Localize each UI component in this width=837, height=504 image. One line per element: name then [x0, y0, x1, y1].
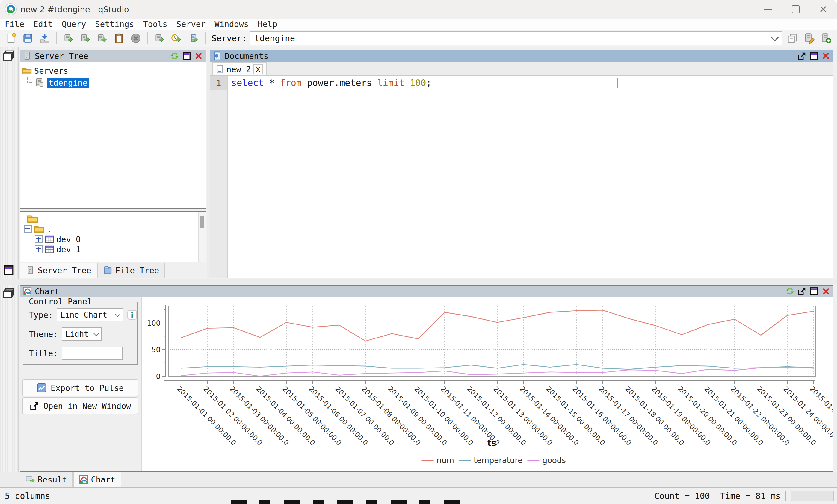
sql-operator: *	[264, 77, 280, 88]
chart-theme-select[interactable]: Light	[62, 328, 102, 341]
run-line-button[interactable]	[78, 32, 92, 45]
maximize-button[interactable]	[782, 0, 809, 19]
menu-query[interactable]: Query	[62, 19, 86, 29]
scheduled-query-button[interactable]	[170, 32, 183, 45]
server-tree-header: Server Tree	[20, 50, 206, 62]
svg-text:num: num	[437, 456, 454, 465]
popout-icon[interactable]	[798, 52, 806, 60]
menu-help[interactable]: Help	[257, 19, 277, 29]
menu-tools[interactable]: Tools	[143, 19, 167, 29]
editor-gutter: 1	[210, 76, 228, 278]
close-button[interactable]	[809, 0, 837, 19]
edit-server-button[interactable]	[802, 32, 816, 45]
server-tree: Servers tdengine	[20, 62, 206, 208]
server-combo-label: Server:	[212, 34, 247, 43]
collapse-icon[interactable]	[24, 225, 32, 233]
close-panel-icon[interactable]	[194, 52, 203, 60]
document-tab-new2[interactable]: new 2 x	[212, 62, 267, 75]
open-button-label: Open in New Window	[43, 402, 131, 411]
menu-edit[interactable]: Edit	[33, 19, 53, 29]
save-button[interactable]	[21, 32, 35, 45]
server-go-button[interactable]	[153, 32, 166, 45]
control-panel-groupbox: Control Panel Type: Line Chart	[23, 302, 138, 365]
tree-node-servers[interactable]: Servers	[22, 64, 204, 77]
bottom-dock-strip	[0, 285, 19, 487]
status-time: Time = 81 ms	[720, 491, 781, 501]
menu-file[interactable]: File	[5, 19, 24, 29]
close-panel-icon[interactable]	[821, 52, 831, 60]
minimize-button[interactable]	[754, 0, 782, 19]
server-edit-icon	[804, 33, 815, 44]
folder-icon	[22, 66, 32, 75]
file-tree-scrollbar[interactable]	[198, 212, 206, 262]
tab-result[interactable]: Result	[20, 472, 73, 487]
documents-title: Documents	[225, 52, 268, 61]
horizontal-splitter[interactable]	[0, 279, 837, 285]
tab-file-tree[interactable]: File Tree	[97, 263, 165, 278]
title-bar[interactable]: new 2 #tdengine - qStudio	[0, 0, 837, 19]
window-stack-icon[interactable]	[3, 288, 14, 299]
sql-editor[interactable]: 1 select * from power.meters limit 100;	[210, 76, 833, 278]
document-tab-close-button[interactable]: x	[253, 64, 263, 74]
tab-chart[interactable]: Chart	[73, 472, 121, 487]
refresh-icon[interactable]	[785, 287, 795, 296]
new-document-icon	[6, 33, 17, 44]
tree-node-label: Servers	[34, 66, 68, 75]
run-query-button[interactable]	[62, 32, 75, 45]
menu-settings[interactable]: Settings	[95, 19, 134, 29]
file-tree-panel: . dev_0	[20, 211, 206, 262]
run-selection-button[interactable]	[95, 32, 109, 45]
maximize-panel-icon[interactable]	[809, 287, 818, 296]
menu-server[interactable]: Server	[176, 19, 206, 29]
tree-node-tdengine[interactable]: tdengine	[35, 77, 204, 89]
maximize-panel-icon[interactable]	[182, 52, 191, 60]
chart-type-select[interactable]: Line Chart	[57, 308, 123, 321]
maximize-panel-icon[interactable]	[809, 52, 818, 60]
pulse-icon	[37, 383, 47, 393]
server-run-selection-icon	[97, 33, 108, 44]
refresh-icon[interactable]	[170, 52, 179, 60]
open-button[interactable]	[38, 32, 52, 45]
info-icon[interactable]	[127, 310, 137, 320]
documents-header: Documents	[210, 50, 833, 62]
expand-icon[interactable]	[35, 235, 42, 243]
alarm-go-icon	[171, 33, 182, 44]
menu-windows[interactable]: Windows	[214, 19, 249, 29]
tree-connector	[27, 82, 32, 82]
export-to-pulse-button[interactable]: Export to Pulse	[22, 379, 138, 396]
server-combo-value: tdengine	[255, 34, 295, 43]
file-tree-dot-folder[interactable]: .	[21, 224, 204, 234]
new-document-button[interactable]	[4, 32, 18, 45]
result-grid-icon	[26, 475, 35, 484]
sql-punctuation: ;	[426, 77, 431, 88]
document-tab-label: new 2	[227, 64, 251, 74]
scrollbar-thumb[interactable]	[200, 216, 204, 228]
open-in-new-window-button[interactable]: Open in New Window	[22, 397, 138, 414]
close-panel-icon[interactable]	[821, 287, 831, 296]
window-stack-icon[interactable]	[3, 50, 14, 62]
run-script-button[interactable]	[186, 32, 200, 45]
file-tree-root[interactable]	[21, 214, 204, 224]
send-clipboard-button[interactable]	[112, 32, 126, 45]
chevron-down-icon	[115, 311, 121, 317]
popout-icon[interactable]	[798, 287, 806, 296]
file-tree-table-dev1[interactable]: dev_1	[21, 244, 204, 255]
chart-icon	[23, 287, 32, 296]
add-server-button[interactable]	[819, 32, 833, 45]
server-run-icon	[63, 33, 74, 44]
file-tree-table-dev0[interactable]: dev_0	[21, 234, 204, 244]
stop-query-button[interactable]	[129, 32, 143, 45]
server-combobox[interactable]: tdengine	[250, 31, 782, 45]
title-label: Title:	[29, 349, 58, 358]
sql-keyword: select	[231, 77, 264, 88]
groupbox-label: Control Panel	[26, 297, 94, 306]
editor-code-area[interactable]: select * from power.meters limit 100;	[228, 76, 833, 278]
expand-icon[interactable]	[35, 245, 42, 253]
svg-text:0: 0	[156, 372, 161, 381]
chart-title-input[interactable]	[62, 347, 123, 360]
vertical-splitter[interactable]	[207, 50, 210, 278]
status-separator	[649, 491, 649, 501]
copy-server-button[interactable]	[785, 32, 799, 45]
restore-panel-icon[interactable]	[3, 265, 14, 276]
tab-server-tree[interactable]: Server Tree	[20, 263, 97, 278]
